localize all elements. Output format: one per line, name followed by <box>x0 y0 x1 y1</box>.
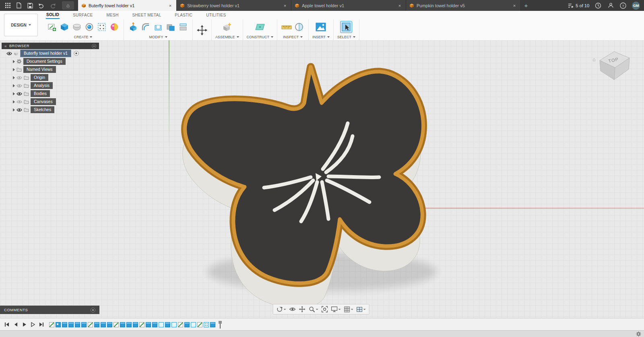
play-icon[interactable] <box>22 322 27 327</box>
viewcube-home-icon[interactable]: ⌂ <box>592 56 596 62</box>
timeline-feature-extrude-icon[interactable] <box>62 322 67 327</box>
browser-row-sketches[interactable]: Sketches <box>2 106 99 114</box>
timeline-feature-pattern-icon[interactable] <box>204 322 209 327</box>
timeline-feature-extrude-icon[interactable] <box>146 322 151 327</box>
construction-plane-icon[interactable] <box>254 21 266 33</box>
timeline-feature-extrude-icon[interactable] <box>126 322 132 327</box>
browser-item-label[interactable]: Canvases <box>31 98 56 105</box>
viewports-icon[interactable] <box>355 306 367 313</box>
skip-to-start-icon[interactable] <box>4 322 10 327</box>
zoom-icon[interactable] <box>308 305 320 313</box>
visibility-eye-icon[interactable] <box>17 100 22 104</box>
timeline-feature-canvas-icon[interactable] <box>56 322 61 327</box>
activate-component-radio[interactable] <box>74 51 79 56</box>
app-grid-icon[interactable] <box>4 2 11 9</box>
look-at-icon[interactable] <box>288 306 297 312</box>
browser-row-named-views[interactable]: Named Views <box>2 66 99 73</box>
timeline-feature-sketch-icon[interactable] <box>49 322 54 327</box>
create-sketch-icon[interactable] <box>46 21 58 33</box>
timeline-feature-extrude-icon[interactable] <box>101 322 106 327</box>
tab-solid[interactable]: SOLID <box>46 11 60 19</box>
close-tab-icon[interactable]: × <box>282 3 288 8</box>
press-pull-icon[interactable] <box>128 21 139 33</box>
create-form-icon[interactable] <box>71 21 83 33</box>
step-back-icon[interactable] <box>13 322 18 327</box>
new-document-tab-button[interactable]: + <box>521 0 531 11</box>
create-menu[interactable]: CREATE <box>74 35 93 39</box>
select-cursor-icon[interactable] <box>341 21 352 33</box>
profile-avatar[interactable]: GM <box>632 2 640 10</box>
timeline-feature-sketch-icon[interactable] <box>178 322 183 327</box>
timeline-feature-extrude-icon[interactable] <box>184 322 190 327</box>
browser-row-analysis[interactable]: Analysis <box>2 82 99 89</box>
viewcube[interactable]: ⌂ TOP <box>593 46 638 83</box>
redo-icon[interactable] <box>49 2 56 9</box>
browser-row-document-settings[interactable]: Document Settings <box>2 58 99 65</box>
expand-arrow-icon[interactable] <box>13 76 15 79</box>
move-copy-icon[interactable] <box>196 25 208 36</box>
notifications-icon[interactable] <box>607 2 614 9</box>
browser-root-label[interactable]: Buterfly towel holder v1 <box>20 50 71 57</box>
insert-canvas-icon[interactable] <box>315 21 326 33</box>
insert-menu[interactable]: INSERT <box>312 35 330 39</box>
timeline-feature-extrude-icon[interactable] <box>75 322 80 327</box>
section-analysis-icon[interactable] <box>293 21 305 33</box>
revolve-icon[interactable] <box>84 21 95 33</box>
timeline-feature-sketch-icon[interactable] <box>139 322 144 327</box>
step-forward-icon[interactable] <box>30 322 35 327</box>
undo-icon[interactable] <box>38 2 45 9</box>
timeline-feature-box-icon[interactable] <box>171 322 177 327</box>
orbit-icon[interactable] <box>275 305 287 313</box>
data-panel-home-button[interactable]: ⌂ <box>62 1 74 10</box>
display-settings-icon[interactable] <box>330 306 342 313</box>
timeline-feature-extrude-icon[interactable] <box>210 322 215 327</box>
primitive-box-icon[interactable] <box>59 21 70 33</box>
visibility-eye-icon[interactable] <box>17 84 22 88</box>
browser-item-label[interactable]: Bodies <box>31 90 50 97</box>
document-tab-strawberry[interactable]: Strawberry towel holder v1 × <box>177 0 291 11</box>
skip-to-end-icon[interactable] <box>39 322 44 327</box>
browser-root-row[interactable]: Buterfly towel holder v1 <box>2 50 99 57</box>
expand-arrow-icon[interactable] <box>13 68 15 71</box>
browser-item-label[interactable]: Document Settings <box>23 58 66 65</box>
help-icon[interactable]: ? <box>619 2 627 9</box>
comments-panel[interactable]: COMMENTS <box>0 306 99 314</box>
timeline-feature-extrude-icon[interactable] <box>94 322 99 327</box>
browser-item-label[interactable]: Analysis <box>31 82 53 89</box>
grid-settings-icon[interactable] <box>343 306 355 313</box>
document-tab-apple[interactable]: Apple towel holder v1 × <box>291 0 406 11</box>
save-icon[interactable] <box>27 2 34 9</box>
close-tab-icon[interactable]: × <box>167 3 173 8</box>
expand-arrow-icon[interactable] <box>13 60 15 63</box>
timeline-feature-sketch-icon[interactable] <box>88 322 93 327</box>
construct-menu[interactable]: CONSTRUCT <box>247 35 274 39</box>
inspect-menu[interactable]: INSPECT <box>283 35 303 39</box>
visibility-eye-icon[interactable] <box>17 76 22 80</box>
browser-item-label[interactable]: Named Views <box>23 66 56 73</box>
3d-viewport[interactable]: ⌂ TOP « BROWSER Buterfly towel holder v1… <box>0 40 644 318</box>
browser-item-label[interactable]: Origin <box>31 74 48 81</box>
extensions-clock-icon[interactable] <box>594 2 602 9</box>
appearance-icon[interactable] <box>109 21 120 33</box>
new-component-icon[interactable] <box>221 21 233 33</box>
expand-arrow-icon[interactable] <box>13 92 15 95</box>
file-menu-icon[interactable] <box>15 2 23 9</box>
measure-icon[interactable] <box>281 21 292 33</box>
assemble-menu[interactable]: ASSEMBLE <box>215 35 239 39</box>
collapse-panel-icon[interactable]: « <box>4 44 7 48</box>
fillet-icon[interactable] <box>140 21 151 33</box>
timeline-feature-sketch-icon[interactable] <box>197 322 202 327</box>
fit-view-icon[interactable] <box>320 305 329 313</box>
close-tab-icon[interactable]: × <box>512 3 517 8</box>
modify-menu[interactable]: MODIFY <box>149 35 167 39</box>
select-menu[interactable]: SELECT <box>337 35 355 39</box>
pattern-icon[interactable] <box>96 21 107 33</box>
timeline-settings-gear-icon[interactable] <box>636 331 641 337</box>
browser-row-canvases[interactable]: Canvases <box>2 98 99 105</box>
job-status-button[interactable]: 5 of 10 <box>568 3 589 8</box>
timeline-feature-extrude-icon[interactable] <box>133 322 138 327</box>
visibility-eye-icon[interactable] <box>17 108 22 112</box>
timeline-feature-marker-icon[interactable] <box>219 321 222 329</box>
combine-icon[interactable] <box>165 21 176 33</box>
document-tab-pumpkin[interactable]: Pumpkin towel holder v5 × <box>406 0 521 11</box>
